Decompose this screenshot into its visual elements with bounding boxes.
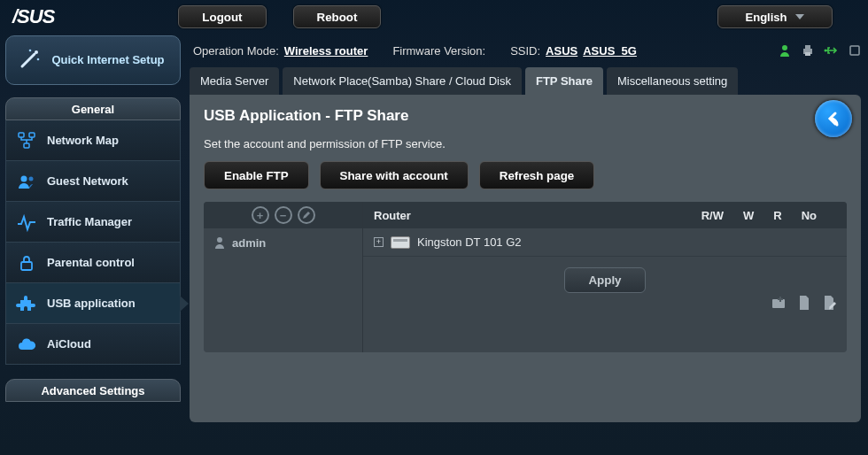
column-w: W (743, 209, 754, 222)
device-name: Kingston DT 101 G2 (417, 235, 522, 249)
svg-point-3 (29, 50, 32, 52)
svg-rect-7 (24, 143, 29, 148)
svg-point-8 (21, 175, 27, 181)
device-row[interactable]: + Kingston DT 101 G2 (363, 228, 847, 257)
svg-point-9 (29, 176, 34, 181)
sidebar-item-usb-application[interactable]: USB application (5, 283, 181, 324)
edit-file-icon[interactable] (822, 295, 838, 311)
expand-button[interactable]: + (374, 237, 384, 247)
apply-button[interactable]: Apply (564, 267, 645, 293)
chevron-down-icon (795, 14, 804, 19)
sidebar-item-label: USB application (47, 297, 136, 310)
pulse-icon (15, 211, 38, 234)
svg-point-17 (217, 237, 222, 243)
drive-icon (391, 236, 410, 249)
back-arrow-icon (823, 108, 844, 129)
pencil-icon (302, 211, 311, 220)
svg-rect-10 (21, 262, 32, 270)
ssid-24-link[interactable]: ASUS (546, 44, 577, 58)
edit-user-button[interactable] (298, 206, 315, 224)
quick-internet-setup-button[interactable]: Quick Internet Setup (5, 35, 181, 85)
share-with-account-button[interactable]: Share with account (320, 161, 469, 189)
section-general: General (5, 97, 181, 120)
svg-point-15 (825, 50, 827, 52)
page-title: USB Application - FTP Share (204, 107, 847, 125)
svg-rect-14 (805, 52, 810, 56)
add-user-button[interactable]: + (252, 206, 269, 224)
svg-rect-13 (805, 45, 810, 49)
ssid-5-link[interactable]: ASUS_5G (583, 44, 637, 58)
user-icon (213, 235, 227, 250)
svg-line-1 (22, 54, 35, 66)
sidebar-item-aicloud[interactable]: AiCloud (5, 324, 181, 365)
remove-user-button[interactable]: − (275, 206, 292, 224)
sidebar-item-label: Parental control (47, 256, 135, 269)
qis-label: Quick Internet Setup (47, 53, 169, 67)
back-button[interactable] (815, 100, 852, 137)
user-name: admin (232, 236, 266, 250)
sidebar-item-label: AiCloud (47, 337, 91, 351)
usb-icon[interactable] (824, 43, 840, 58)
sidebar-item-guest-network[interactable]: Guest Network (5, 161, 181, 202)
sidebar-item-parental-control[interactable]: Parental control (5, 243, 181, 283)
network-icon (15, 129, 38, 152)
column-no: No (802, 209, 817, 222)
page-description: Set the account and permission of FTP se… (204, 137, 847, 150)
sidebar-item-label: Network Map (47, 134, 119, 147)
sidebar-item-label: Guest Network (47, 174, 128, 188)
file-icon[interactable] (797, 295, 811, 311)
svg-rect-6 (29, 133, 35, 137)
client-icon[interactable] (778, 43, 792, 58)
cloud-icon (15, 333, 38, 356)
user-row[interactable]: admin (204, 228, 362, 257)
svg-marker-0 (795, 14, 804, 19)
svg-rect-5 (19, 133, 24, 137)
users-icon (15, 170, 38, 193)
svg-rect-20 (778, 298, 783, 300)
refresh-page-button[interactable]: Refresh page (479, 161, 594, 189)
brand-logo: /SUS (12, 5, 54, 28)
svg-rect-18 (772, 299, 785, 308)
column-r: R (773, 209, 781, 222)
svg-rect-16 (850, 46, 859, 55)
sidebar-item-network-map[interactable]: Network Map (5, 120, 181, 161)
svg-point-11 (782, 45, 787, 50)
op-mode-label: Operation Mode: (193, 44, 279, 58)
enable-ftp-button[interactable]: Enable FTP (204, 161, 309, 189)
ssid-label: SSID: (510, 44, 540, 58)
sidebar-item-label: Traffic Manager (47, 215, 132, 228)
section-advanced: Advanced Settings (5, 379, 181, 402)
op-mode-link[interactable]: Wireless router (284, 44, 368, 58)
lock-icon (15, 251, 38, 274)
sidebar-item-traffic-manager[interactable]: Traffic Manager (5, 202, 181, 243)
column-router: Router (374, 209, 411, 222)
language-select[interactable]: English (717, 5, 833, 28)
logout-button[interactable]: Logout (178, 5, 266, 28)
puzzle-icon (15, 292, 38, 315)
reboot-button[interactable]: Reboot (293, 5, 382, 28)
tab-misc-setting[interactable]: Miscellaneous setting (607, 67, 738, 95)
column-rw: R/W (701, 209, 724, 222)
wand-icon (17, 49, 40, 72)
tab-media-server[interactable]: Media Server (190, 67, 279, 95)
printer-icon[interactable] (801, 43, 815, 58)
tab-samba-share[interactable]: Network Place(Samba) Share / Cloud Disk (283, 67, 522, 95)
language-label: English (746, 11, 787, 24)
wan-icon[interactable] (849, 44, 861, 57)
firmware-label: Firmware Version: (392, 44, 485, 58)
add-folder-icon[interactable] (771, 295, 787, 311)
tab-ftp-share[interactable]: FTP Share (525, 67, 603, 95)
svg-point-2 (35, 50, 38, 54)
svg-point-4 (37, 58, 40, 61)
